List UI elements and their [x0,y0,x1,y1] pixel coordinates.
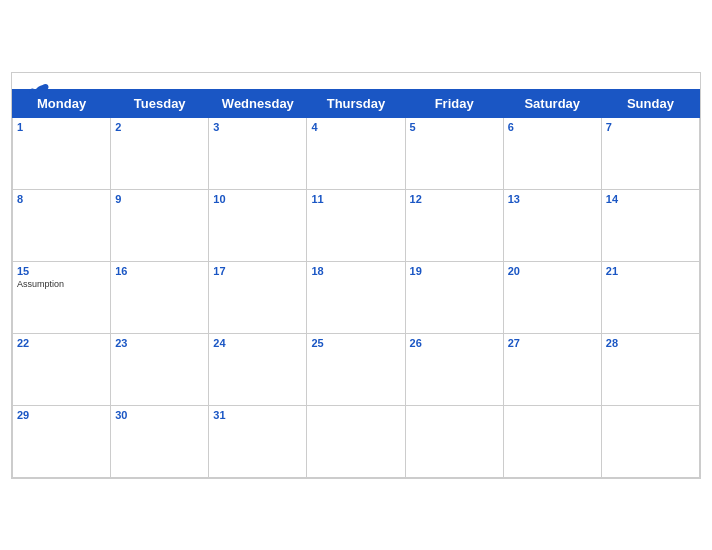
calendar-cell: 26 [405,333,503,405]
weekday-header-wednesday: Wednesday [209,89,307,117]
calendar-cell: 22 [13,333,111,405]
calendar-cell: 8 [13,189,111,261]
calendar-cell: 4 [307,117,405,189]
day-number: 26 [410,337,499,349]
week-row-3: 15Assumption161718192021 [13,261,700,333]
calendar-cell: 23 [111,333,209,405]
calendar-cell: 25 [307,333,405,405]
day-number: 4 [311,121,400,133]
day-number: 3 [213,121,302,133]
weekday-header-tuesday: Tuesday [111,89,209,117]
calendar-cell: 15Assumption [13,261,111,333]
day-number: 22 [17,337,106,349]
calendar-cell: 17 [209,261,307,333]
calendar-cell: 31 [209,405,307,477]
logo-bird-icon [28,82,50,98]
calendar-cell: 11 [307,189,405,261]
calendar-wrapper: MondayTuesdayWednesdayThursdayFridaySatu… [11,72,701,479]
day-number: 9 [115,193,204,205]
day-number: 23 [115,337,204,349]
calendar-cell: 27 [503,333,601,405]
weekday-row: MondayTuesdayWednesdayThursdayFridaySatu… [13,89,700,117]
day-number: 1 [17,121,106,133]
calendar-cell: 21 [601,261,699,333]
calendar-body: 123456789101112131415Assumption161718192… [13,117,700,477]
calendar-cell: 5 [405,117,503,189]
calendar-cell: 18 [307,261,405,333]
day-number: 25 [311,337,400,349]
day-number: 12 [410,193,499,205]
day-number: 10 [213,193,302,205]
day-number: 2 [115,121,204,133]
calendar-header [12,73,700,89]
calendar-cell: 3 [209,117,307,189]
weekday-header-sunday: Sunday [601,89,699,117]
calendar-grid: MondayTuesdayWednesdayThursdayFridaySatu… [12,89,700,478]
calendar-cell: 28 [601,333,699,405]
day-number: 29 [17,409,106,421]
day-number: 16 [115,265,204,277]
weekday-header-thursday: Thursday [307,89,405,117]
calendar-cell: 7 [601,117,699,189]
weekday-header-saturday: Saturday [503,89,601,117]
day-number: 15 [17,265,106,277]
day-number: 7 [606,121,695,133]
calendar-cell: 24 [209,333,307,405]
calendar-cell: 20 [503,261,601,333]
calendar-cell [601,405,699,477]
calendar-cell: 9 [111,189,209,261]
day-number: 19 [410,265,499,277]
week-row-5: 293031 [13,405,700,477]
day-number: 21 [606,265,695,277]
calendar-cell: 6 [503,117,601,189]
weekday-header-friday: Friday [405,89,503,117]
day-number: 17 [213,265,302,277]
day-number: 14 [606,193,695,205]
day-number: 28 [606,337,695,349]
calendar-cell: 10 [209,189,307,261]
calendar-cell: 14 [601,189,699,261]
day-number: 11 [311,193,400,205]
week-row-2: 891011121314 [13,189,700,261]
day-number: 6 [508,121,597,133]
week-row-1: 1234567 [13,117,700,189]
calendar-cell: 13 [503,189,601,261]
calendar-cell [307,405,405,477]
holiday-label: Assumption [17,279,106,289]
day-number: 8 [17,193,106,205]
logo-area [28,81,54,99]
calendar-cell: 30 [111,405,209,477]
calendar-weekdays-header: MondayTuesdayWednesdayThursdayFridaySatu… [13,89,700,117]
calendar-cell: 29 [13,405,111,477]
day-number: 13 [508,193,597,205]
day-number: 30 [115,409,204,421]
day-number: 5 [410,121,499,133]
day-number: 20 [508,265,597,277]
day-number: 31 [213,409,302,421]
day-number: 27 [508,337,597,349]
day-number: 24 [213,337,302,349]
calendar-cell: 16 [111,261,209,333]
calendar-cell [503,405,601,477]
calendar-cell: 19 [405,261,503,333]
calendar-cell: 2 [111,117,209,189]
calendar-cell: 1 [13,117,111,189]
calendar-cell: 12 [405,189,503,261]
day-number: 18 [311,265,400,277]
week-row-4: 22232425262728 [13,333,700,405]
calendar-cell [405,405,503,477]
